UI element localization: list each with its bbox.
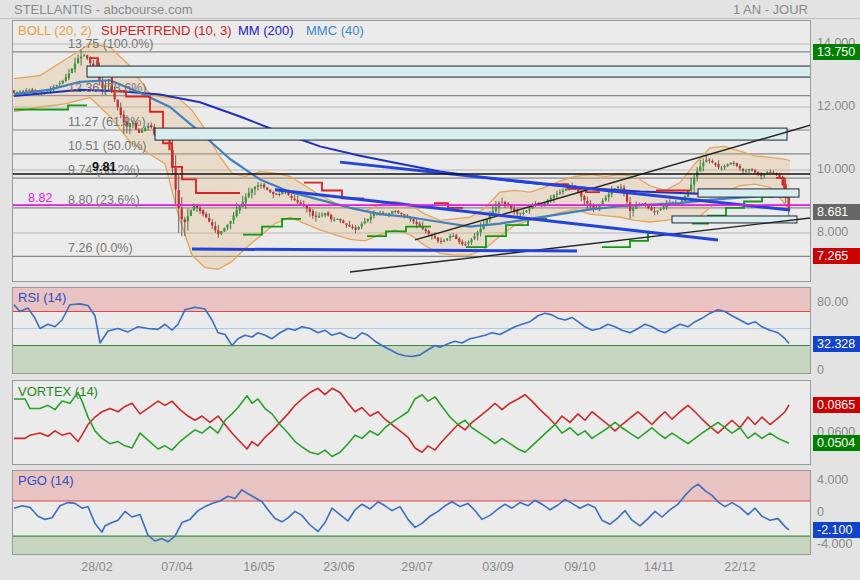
rsi-panel-title: RSI (14) bbox=[18, 290, 66, 305]
date-axis-label: 09/10 bbox=[564, 560, 595, 574]
rsi-panel[interactable] bbox=[12, 287, 811, 374]
price-badge: 8.681 bbox=[813, 204, 860, 220]
rsi-axis-label: 80.00 bbox=[817, 295, 848, 309]
price-axis-label: 10.000 bbox=[817, 162, 855, 176]
price-badge: 7.265 bbox=[813, 248, 860, 264]
rsi-value-badge: 32.328 bbox=[813, 336, 860, 352]
fib-level-label: 8.80 (23.6%) bbox=[68, 193, 140, 207]
timeframe-label[interactable]: 1 AN - JOUR bbox=[733, 2, 808, 17]
price-axis-label: 12.000 bbox=[817, 99, 855, 113]
date-axis-label: 23/06 bbox=[323, 560, 354, 574]
pgo-axis-label: -4.000 bbox=[817, 537, 852, 551]
vortex-value-badge: 0.0504 bbox=[813, 435, 860, 451]
fib-level-label: 10.51 (50.0%) bbox=[68, 139, 147, 153]
legend-item[interactable]: MMC (40) bbox=[306, 23, 364, 38]
date-axis-label: 03/09 bbox=[482, 560, 513, 574]
date-axis-label: 28/02 bbox=[81, 560, 112, 574]
legend-item[interactable]: SUPERTREND (10, 3) bbox=[101, 23, 232, 38]
legend-item[interactable]: MM (200) bbox=[238, 23, 294, 38]
fib-level-label: 7.26 (0.0%) bbox=[68, 241, 133, 255]
alert-price-label: 9.81 bbox=[92, 160, 116, 174]
price-axis-label: 8.000 bbox=[817, 225, 848, 239]
fib-level-label: 12.36 (78.6%) bbox=[68, 81, 147, 95]
pgo-value-badge: -2.100 bbox=[813, 522, 860, 538]
rsi-axis-label: 0 bbox=[817, 363, 824, 377]
chart-app: STELLANTIS - abcbourse.com 1 AN - JOUR R… bbox=[0, 0, 860, 580]
vortex-panel-title: VORTEX (14) bbox=[18, 384, 98, 399]
pgo-panel-title: PGO (14) bbox=[18, 473, 74, 488]
date-axis-label: 07/04 bbox=[161, 560, 192, 574]
date-axis-label: 16/05 bbox=[243, 560, 274, 574]
magenta-price-label: 8.82 bbox=[28, 191, 52, 205]
pgo-axis-label: 4.000 bbox=[817, 473, 848, 487]
price-badge: 13.750 bbox=[813, 44, 860, 60]
date-axis-label: 29/07 bbox=[401, 560, 432, 574]
date-axis-label: 22/12 bbox=[724, 560, 755, 574]
header-divider bbox=[0, 18, 860, 19]
date-axis-label: 14/11 bbox=[644, 560, 674, 574]
pgo-axis-label: 0 bbox=[817, 505, 824, 519]
vortex-value-badge: 0.0865 bbox=[813, 397, 860, 413]
fib-level-label: 11.27 (61.8%) bbox=[68, 115, 146, 129]
page-title: STELLANTIS - abcbourse.com bbox=[14, 2, 192, 17]
legend-item[interactable]: BOLL (20, 2) bbox=[18, 23, 92, 38]
pgo-panel[interactable] bbox=[12, 470, 811, 555]
vortex-panel[interactable] bbox=[12, 380, 811, 465]
fib-level-label: 13.75 (100.0%) bbox=[68, 37, 153, 51]
